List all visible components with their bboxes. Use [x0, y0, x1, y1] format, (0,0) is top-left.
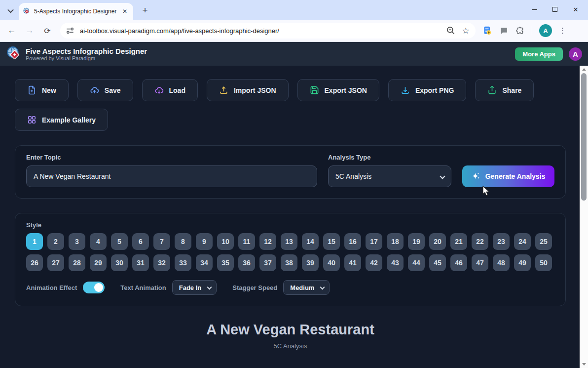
style-button-19[interactable]: 19	[408, 233, 425, 250]
style-button-50[interactable]: 50	[535, 254, 552, 271]
address-bar[interactable]: ai-toolbox.visual-paradigm.com/app/five-…	[60, 23, 476, 39]
style-button-33[interactable]: 33	[175, 254, 191, 271]
new-tab-button[interactable]: +	[139, 4, 151, 16]
load-button[interactable]: Load	[142, 79, 198, 101]
style-button-36[interactable]: 36	[238, 254, 255, 271]
export-json-button[interactable]: Export JSON	[297, 79, 379, 101]
mouse-cursor	[482, 186, 492, 197]
style-button-47[interactable]: 47	[472, 254, 488, 271]
style-button-48[interactable]: 48	[493, 254, 510, 271]
back-button[interactable]: ←	[5, 24, 19, 38]
animation-effect-toggle[interactable]	[83, 282, 105, 293]
style-button-7[interactable]: 7	[153, 233, 170, 250]
extension-doc-icon[interactable]	[482, 26, 492, 36]
style-button-14[interactable]: 14	[302, 233, 319, 250]
style-button-42[interactable]: 42	[366, 254, 382, 271]
style-button-38[interactable]: 38	[281, 254, 297, 271]
style-button-8[interactable]: 8	[175, 233, 191, 250]
style-button-41[interactable]: 41	[344, 254, 361, 271]
style-button-25[interactable]: 25	[535, 233, 552, 250]
style-button-15[interactable]: 15	[323, 233, 340, 250]
style-button-18[interactable]: 18	[387, 233, 404, 250]
style-button-29[interactable]: 29	[90, 254, 107, 271]
window-minimize-button[interactable]	[524, 2, 545, 17]
chevron-down-icon	[207, 285, 212, 290]
style-button-13[interactable]: 13	[281, 233, 297, 250]
visual-paradigm-link[interactable]: Visual Paradigm	[56, 55, 95, 61]
style-button-43[interactable]: 43	[387, 254, 404, 271]
style-button-20[interactable]: 20	[429, 233, 446, 250]
window-maximize-button[interactable]	[545, 2, 565, 17]
style-button-28[interactable]: 28	[69, 254, 85, 271]
style-button-24[interactable]: 24	[514, 233, 531, 250]
style-button-40[interactable]: 40	[323, 254, 340, 271]
style-button-4[interactable]: 4	[90, 233, 107, 250]
style-button-17[interactable]: 17	[366, 233, 382, 250]
side-panel-chat-icon[interactable]	[499, 26, 509, 36]
chevron-down-icon	[320, 285, 325, 290]
zoom-out-icon[interactable]	[446, 26, 456, 36]
style-button-12[interactable]: 12	[259, 233, 276, 250]
style-button-21[interactable]: 21	[450, 233, 467, 250]
extensions-puzzle-icon[interactable]	[515, 26, 525, 36]
page-scrollbar[interactable]	[580, 66, 588, 368]
share-button[interactable]: Share	[475, 79, 534, 101]
save-button[interactable]: Save	[77, 79, 133, 101]
style-button-23[interactable]: 23	[493, 233, 510, 250]
share-icon	[487, 85, 497, 95]
style-button-35[interactable]: 35	[217, 254, 234, 271]
style-button-39[interactable]: 39	[302, 254, 319, 271]
cloud-download-icon	[154, 85, 164, 95]
style-button-6[interactable]: 6	[132, 233, 149, 250]
style-button-3[interactable]: 3	[69, 233, 85, 250]
text-animation-value: Fade In	[179, 284, 202, 291]
style-button-45[interactable]: 45	[429, 254, 446, 271]
url-text[interactable]: ai-toolbox.visual-paradigm.com/app/five-…	[80, 27, 441, 35]
new-button[interactable]: New	[15, 79, 69, 101]
example-gallery-button[interactable]: Example Gallery	[15, 109, 108, 131]
import-json-button[interactable]: Import JSON	[207, 79, 289, 101]
browser-menu-icon[interactable]: ⋮	[559, 26, 566, 35]
window-close-button[interactable]: ✕	[565, 2, 586, 17]
topic-input[interactable]	[26, 165, 317, 187]
forward-button[interactable]: →	[23, 24, 37, 38]
tab-close-icon[interactable]: ✕	[120, 7, 129, 16]
style-button-31[interactable]: 31	[132, 254, 149, 271]
scroll-up-icon[interactable]	[580, 66, 588, 73]
style-button-11[interactable]: 11	[238, 233, 255, 250]
animation-controls: Animation Effect Text Animation Fade In …	[26, 280, 554, 295]
reload-button[interactable]: ⟳	[40, 24, 54, 38]
bookmark-star-icon[interactable]: ☆	[461, 26, 471, 36]
scroll-down-icon[interactable]	[580, 361, 588, 368]
style-button-5[interactable]: 5	[111, 233, 128, 250]
style-button-49[interactable]: 49	[514, 254, 531, 271]
preview-subtitle: 5C Analysis	[15, 342, 566, 350]
style-button-26[interactable]: 26	[26, 254, 43, 271]
style-button-44[interactable]: 44	[408, 254, 425, 271]
export-png-button[interactable]: Export PNG	[388, 79, 467, 101]
style-button-27[interactable]: 27	[47, 254, 64, 271]
text-animation-select[interactable]: Fade In	[172, 280, 217, 295]
style-button-16[interactable]: 16	[344, 233, 361, 250]
tab-search-button[interactable]	[4, 4, 17, 17]
analysis-type-select[interactable]: 5C Analysis	[328, 165, 451, 187]
style-button-22[interactable]: 22	[472, 233, 488, 250]
style-button-9[interactable]: 9	[196, 233, 213, 250]
site-settings-icon[interactable]	[65, 26, 75, 36]
style-button-32[interactable]: 32	[153, 254, 170, 271]
style-button-10[interactable]: 10	[217, 233, 234, 250]
chevron-down-icon	[440, 173, 445, 179]
style-button-37[interactable]: 37	[259, 254, 276, 271]
user-avatar[interactable]: A	[569, 47, 582, 61]
browser-tab[interactable]: 5-Aspects Infographic Designer ✕	[19, 3, 133, 20]
generate-analysis-button[interactable]: Generate Analysis	[462, 165, 554, 187]
style-button-46[interactable]: 46	[450, 254, 467, 271]
style-button-2[interactable]: 2	[47, 233, 64, 250]
style-button-34[interactable]: 34	[196, 254, 213, 271]
style-button-30[interactable]: 30	[111, 254, 128, 271]
style-button-1[interactable]: 1	[26, 233, 43, 250]
browser-profile-avatar[interactable]: A	[539, 24, 552, 37]
scrollbar-thumb[interactable]	[581, 73, 587, 201]
stagger-speed-select[interactable]: Medium	[283, 280, 330, 295]
more-apps-button[interactable]: More Apps	[515, 47, 563, 61]
